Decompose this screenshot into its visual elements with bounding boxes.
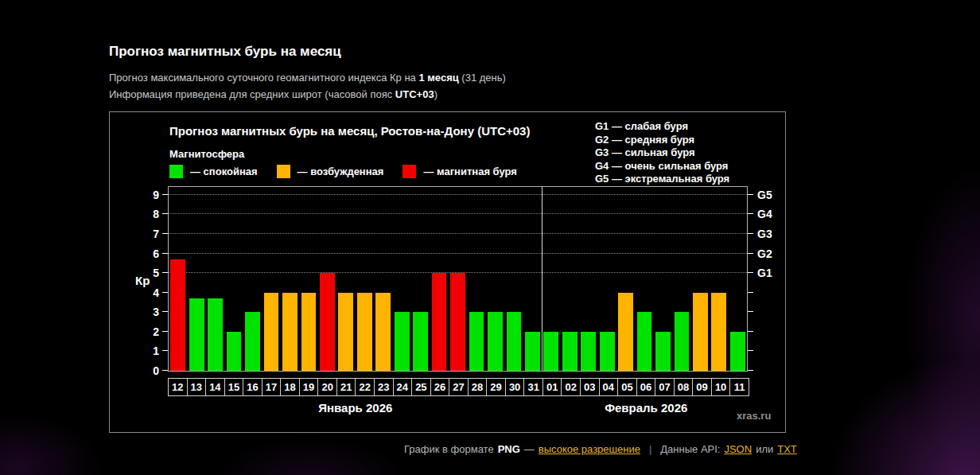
right-tick-9 (748, 194, 753, 195)
bar-column-12 (169, 187, 187, 371)
bar-18 (282, 293, 298, 371)
right-tick-0 (748, 370, 753, 371)
bar-15 (227, 332, 242, 371)
date-cell-09: 09 (692, 378, 712, 396)
month-labels: Январь 2026Февраль 2026 (168, 401, 749, 415)
bar-column-01 (542, 187, 560, 371)
y-tick-label-2: 2 (153, 325, 159, 338)
txt-link[interactable]: TXT (777, 443, 797, 455)
date-cell-19: 19 (299, 378, 319, 396)
date-cell-18: 18 (280, 378, 300, 396)
bar-column-03 (579, 187, 597, 371)
high-resolution-link[interactable]: высокое разрешение (539, 443, 640, 455)
y-tick-label-3: 3 (153, 306, 159, 318)
g-scale-line-5: G5 — экстремальная буря (595, 173, 729, 186)
left-tick-0 (162, 370, 168, 371)
footer-png-label: PNG (498, 443, 520, 455)
date-cell-21: 21 (336, 378, 356, 396)
left-tick-3 (162, 311, 168, 312)
date-cell-12: 12 (168, 378, 188, 396)
bar-column-23 (374, 187, 392, 371)
month-label-2: Февраль 2026 (605, 401, 687, 415)
bar-30 (507, 312, 522, 371)
date-cell-20: 20 (317, 378, 337, 396)
bar-column-05 (616, 187, 635, 371)
g-label-G1: G1 (757, 267, 772, 279)
right-tick-2 (748, 331, 753, 332)
bar-column-24 (392, 187, 410, 371)
bar-08 (675, 312, 690, 371)
date-cell-15: 15 (224, 378, 244, 396)
bar-column-13 (187, 187, 205, 371)
month-label-1: Январь 2026 (318, 401, 392, 415)
bar-column-06 (635, 187, 653, 371)
y-tick-label-1: 1 (153, 345, 159, 357)
bar-17 (264, 293, 279, 371)
bar-07 (655, 332, 671, 371)
bar-29 (488, 312, 503, 371)
bar-column-29 (486, 187, 504, 371)
bar-column-25 (411, 187, 430, 371)
date-cell-06: 06 (636, 378, 656, 396)
json-link[interactable]: JSON (724, 443, 752, 455)
y-tick-label-6: 6 (153, 247, 159, 260)
subtitle2-bold: UTC+03 (395, 88, 434, 100)
legend-item-quiet: — спокойная (169, 165, 258, 178)
date-cell-08: 08 (674, 378, 694, 396)
date-axis: 1213141516171819202122232425262728293031… (168, 378, 749, 396)
right-tick-5 (748, 272, 753, 273)
date-cell-07: 07 (655, 378, 675, 396)
bar-10 (711, 293, 726, 371)
left-tick-6 (162, 253, 168, 254)
left-tick-1 (162, 350, 168, 351)
forecast-chart: Прогноз магнитных бурь на месяц, Ростов-… (109, 111, 786, 433)
left-tick-7 (162, 233, 168, 234)
bar-column-18 (281, 187, 299, 371)
date-cell-13: 13 (187, 378, 207, 396)
page-subtitle-2: Информация приведена для средних широт (… (109, 88, 438, 100)
g-label-G2: G2 (757, 247, 772, 260)
quiet-swatch-icon (169, 165, 183, 178)
bar-13 (189, 298, 204, 371)
bar-31 (525, 332, 540, 371)
date-cell-29: 29 (486, 378, 506, 396)
date-cell-30: 30 (505, 378, 525, 396)
date-cell-03: 03 (580, 378, 600, 396)
bar-06 (637, 312, 652, 371)
date-cell-31: 31 (523, 378, 543, 396)
g-label-G4: G4 (757, 208, 772, 220)
y-tick-label-5: 5 (153, 267, 159, 279)
g-scale-line-1: G1 — слабая буря (595, 120, 729, 134)
legend-item-storm: — магнитная буря (402, 165, 516, 178)
page-title: Прогноз магнитных бурь на месяц (109, 44, 341, 60)
bar-column-28 (467, 187, 485, 371)
bar-column-21 (336, 187, 355, 371)
date-cell-24: 24 (393, 378, 413, 396)
date-cell-26: 26 (430, 378, 450, 396)
footer-text-format: График в формате (404, 443, 494, 455)
date-cell-14: 14 (205, 378, 225, 396)
bar-column-09 (691, 187, 710, 371)
page-subtitle-1: Прогноз максимального суточного геомагни… (109, 72, 506, 84)
subtitle2-suffix: ) (434, 88, 438, 100)
footer-dash: — (524, 443, 535, 455)
subtitle1-text: Прогноз максимального суточного геомагни… (109, 72, 418, 84)
legend-label: — возбужденная (298, 165, 384, 177)
footer: График в формате PNG — высокое разрешени… (404, 443, 797, 455)
date-cell-04: 04 (599, 378, 619, 396)
date-cell-02: 02 (561, 378, 581, 396)
bar-column-20 (318, 187, 336, 371)
right-tick-1 (748, 350, 753, 351)
date-cell-05: 05 (617, 378, 637, 396)
bar-26 (432, 273, 447, 371)
y-tick-label-7: 7 (153, 228, 159, 240)
bar-14 (208, 298, 223, 371)
g-scale-line-2: G2 — средняя буря (595, 134, 729, 147)
bars (169, 187, 747, 371)
right-tick-8 (748, 213, 753, 214)
bar-column-31 (523, 187, 542, 371)
footer-text-or: или (756, 443, 773, 455)
bar-column-11 (729, 187, 747, 371)
storm-swatch-icon (402, 165, 416, 178)
bar-column-17 (262, 187, 280, 371)
